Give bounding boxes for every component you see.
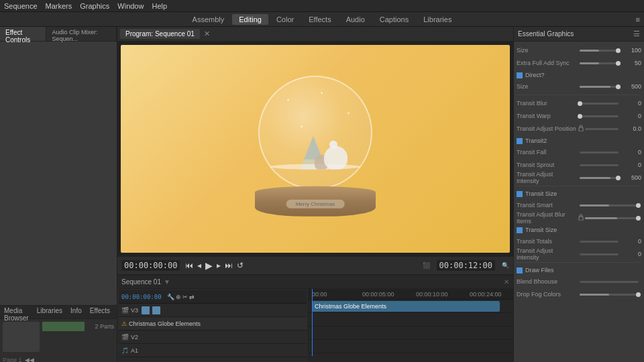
timeline-area: Sequence 01 ▼ ✕ 00:00:00:00 🔧 ⊕ ✂ ⇄ (117, 275, 513, 362)
prop-transit-adjust-int-slider[interactable] (580, 177, 619, 179)
prop-drop-fog-thumb (636, 292, 641, 297)
prop-transit-adjust-int2-slider[interactable] (580, 253, 619, 255)
timeline-tracks: 00:00 00:00:05:00 00:00:10:00 00:00:24:0… (309, 289, 513, 362)
left-tabs: Effect Controls Audio Clip Mixer: Sequen… (0, 27, 117, 42)
media-nav-buttons: ◀◀ (25, 357, 34, 362)
prop-extra-full-slider[interactable] (580, 62, 619, 64)
btn-loop[interactable]: ↺ (235, 261, 245, 270)
tl-btn-ripple[interactable]: ⇄ (189, 294, 195, 300)
tab-effects[interactable]: Effects (86, 306, 114, 318)
prop-drop-fog-slider[interactable] (580, 294, 639, 296)
checkbox-transit2[interactable] (517, 138, 523, 144)
prop-transit-totals-slider[interactable] (580, 241, 619, 243)
prop-transit-blur: Transit Blur 0 (517, 97, 641, 109)
checkbox-transit-size2-label: Transit Size (525, 227, 557, 233)
ws-tab-assembly[interactable]: Assembly (186, 14, 231, 25)
tab-libraries[interactable]: Libraries (33, 306, 66, 318)
media-list (42, 322, 85, 352)
tab-media-browser[interactable]: Media Browser (0, 306, 33, 318)
prop-transit-smart-slider[interactable] (580, 204, 639, 206)
btn-to-end[interactable]: ⏭ (223, 261, 234, 270)
prop-extra-full: Extra Full Add Sync 50 (517, 57, 641, 69)
zoom-level[interactable]: 🔍 (502, 262, 509, 269)
checkbox-draw-files[interactable] (517, 267, 523, 274)
prop-transit-adjust-blur-slider[interactable] (585, 217, 639, 219)
prop-blend-label: Blend Bhoouse (517, 278, 577, 285)
menu-window[interactable]: Window (117, 2, 144, 10)
prop-transit-sprout-slider[interactable] (580, 164, 619, 166)
snowflake-1: ✦ (286, 97, 290, 102)
ws-tab-editing[interactable]: Editing (232, 14, 268, 25)
tl-warning-icon: ⚠ (121, 320, 127, 327)
snowflake-3: ✦ (347, 111, 350, 115)
tl-track-v2-icon[interactable]: 🎬 (121, 334, 129, 341)
ws-tab-audio[interactable]: Audio (339, 14, 372, 25)
ruler-mark-3: 00:00:24:00 (470, 291, 502, 298)
snowflake-4: ✦ (300, 124, 303, 129)
prop-transit-adjust: Transit Adjust Position 0.0 (517, 123, 641, 135)
prop-transit-blur-slider[interactable] (580, 103, 619, 105)
btn-to-start[interactable]: ⏮ (184, 261, 195, 270)
prop-size-label: Size (517, 47, 577, 54)
track-clip-christmas[interactable]: Christmas Globe Elements (312, 301, 500, 312)
page-indicator: Page 1 (3, 357, 22, 362)
media-nav-prev[interactable]: ◀◀ (25, 357, 34, 362)
prop-transit-warp-slider[interactable] (580, 115, 619, 117)
tab-audio-clip-mixer[interactable]: Audio Clip Mixer: Sequen... (46, 27, 117, 41)
btn-step-fwd[interactable]: ▸ (215, 261, 222, 270)
prop-transit-fall-value: 0 (621, 149, 641, 156)
menu-sequence[interactable]: Sequence (4, 2, 38, 10)
prop-transit-adjust-int-value: 500 (621, 174, 641, 181)
menu-graphics[interactable]: Graphics (80, 2, 109, 10)
ws-tab-captions[interactable]: Captions (373, 14, 415, 25)
menu-markers[interactable]: Markers (46, 2, 72, 10)
prop-transit-fall-slider[interactable] (580, 152, 619, 154)
prop-size-2-slider[interactable] (580, 86, 619, 88)
essential-graphics-header: Essential Graphics ☰ (514, 27, 644, 42)
prop-size-2: Size 500 (517, 80, 641, 93)
bottom-left-panels: Media Browser Libraries Info Effects CoL… (0, 305, 117, 362)
btn-play-stop[interactable]: ▶ (204, 260, 214, 271)
ruler-mark-2: 00:00:10:00 (416, 291, 448, 298)
eg-menu-icon[interactable]: ☰ (633, 29, 640, 38)
checkbox-transit-size2[interactable] (517, 227, 523, 233)
tl-track-v3-btn[interactable]: 🎬 (121, 307, 129, 314)
ws-tab-color[interactable]: Color (270, 14, 301, 25)
prop-size-slider[interactable] (580, 50, 619, 52)
playback-bar: 00:00:00:00 ⏮ ◂ ▶ ▸ ⏭ ↺ ⬛ 00:00:12:00 🔍 (117, 256, 513, 275)
tl-track-v3-btn2[interactable] (152, 306, 160, 314)
prop-transit-adjust-int-fill (580, 177, 610, 179)
tl-btn-magnet[interactable]: ⊕ (176, 294, 181, 300)
prop-drop-fog-label: Drop Fog Colors (517, 291, 577, 298)
prop-blend-slider[interactable] (580, 281, 639, 283)
menu-help[interactable]: Help (152, 2, 167, 10)
tl-btn-wrench[interactable]: 🔧 (167, 294, 174, 300)
close-program-monitor[interactable]: ✕ (204, 29, 210, 38)
seq-close[interactable]: ✕ (504, 278, 509, 286)
media-browser-content: 2 Parts (0, 319, 117, 355)
checkbox-1[interactable] (517, 72, 523, 78)
sequence-header: Sequence 01 ▼ ✕ (117, 276, 513, 289)
checkbox-transit-size[interactable] (517, 191, 523, 197)
bottom-left-tabs: Media Browser Libraries Info Effects CoL (0, 306, 117, 319)
workspace-settings-icon[interactable]: ≡ (636, 15, 640, 23)
tab-info[interactable]: Info (66, 306, 86, 318)
prop-transit-fall: Transit Fall 0 (517, 146, 641, 158)
video-preview: ✦ ✦ ✦ ✦ · · · (117, 42, 513, 256)
ws-tab-effects[interactable]: Effects (302, 14, 337, 25)
ruler-mark-1: 00:00:05:00 (362, 291, 394, 298)
polar-bear (324, 146, 347, 170)
globe-base-label: Merry Christmas (286, 200, 345, 208)
tl-track-a1-icon[interactable]: 🎵 (121, 347, 129, 354)
checkbox-row-1: Direct? (517, 70, 641, 80)
tab-effect-controls[interactable]: Effect Controls (0, 27, 46, 41)
btn-step-back[interactable]: ◂ (196, 261, 203, 270)
tl-track-v3: 🎬 V3 (119, 304, 307, 317)
prop-transit-adjust-slider[interactable] (585, 128, 619, 130)
ws-tab-libraries[interactable]: Libraries (417, 14, 458, 25)
tab-program-monitor[interactable]: Program: Sequence 01 (120, 29, 200, 39)
tl-btns: 🔧 ⊕ ✂ ⇄ (167, 294, 195, 300)
tl-track-v3-color (142, 306, 150, 314)
tl-btn-scissors[interactable]: ✂ (182, 294, 188, 300)
media-controls: Page 1 ◀◀ (0, 355, 117, 362)
